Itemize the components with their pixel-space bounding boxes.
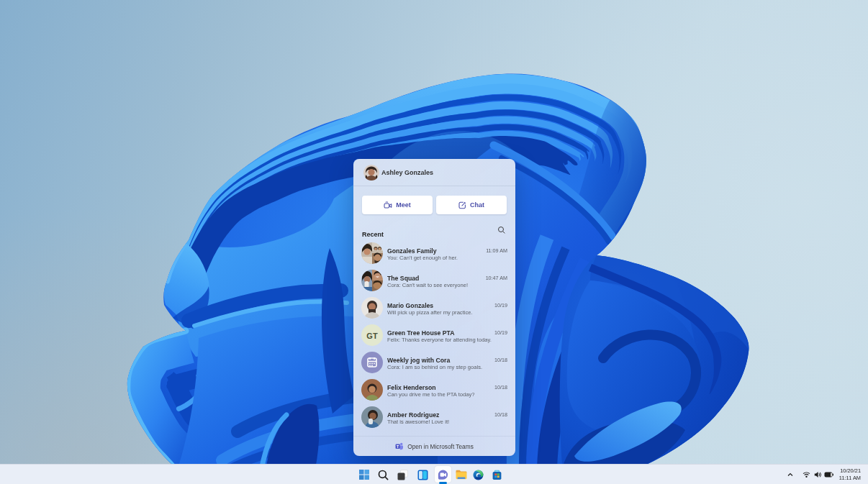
svg-text:GT: GT — [366, 332, 378, 340]
